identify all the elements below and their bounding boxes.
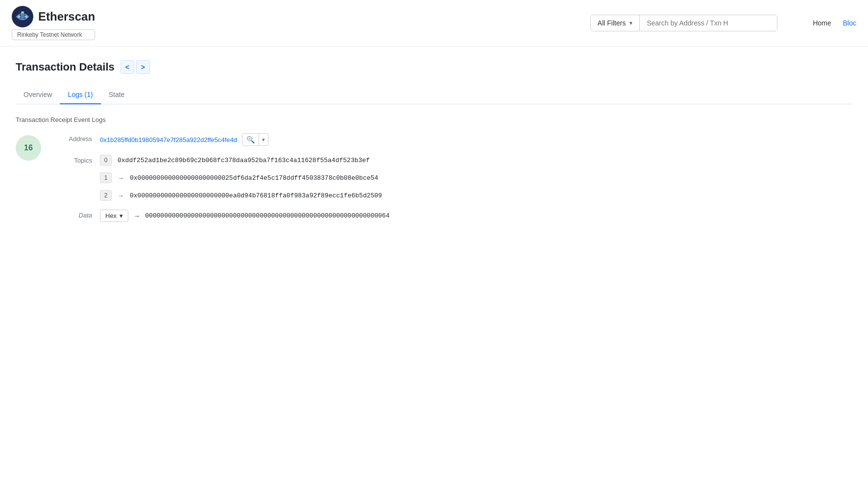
- filter-label: All Filters: [598, 19, 626, 27]
- tab-logs[interactable]: Logs (1): [60, 86, 100, 104]
- address-content: 0x1b285ffd0b19805947e7f285a922d2ffe5c4fe…: [100, 133, 852, 146]
- tabs: Overview Logs (1) State: [16, 86, 852, 104]
- data-label: Data: [53, 210, 92, 219]
- search-filter-group: All Filters ▾: [590, 15, 778, 31]
- filter-chevron-icon: ▾: [629, 20, 632, 26]
- topic-index-1: 1: [100, 172, 112, 183]
- nav-home[interactable]: Home: [813, 19, 831, 27]
- topic-value-1: 0x0000000000000000000000025df6da2f4e5c17…: [130, 174, 378, 182]
- network-badge: Rinkeby Testnet Network: [12, 29, 95, 40]
- data-value: 0000000000000000000000000000000000000000…: [145, 212, 389, 219]
- page-title: Transaction Details: [16, 61, 115, 73]
- section-label: Transaction Receipt Event Logs: [16, 116, 852, 123]
- nav-links: Home Bloc: [813, 19, 856, 27]
- topic-arrow-1: →: [118, 174, 124, 182]
- header-left: Etherscan Rinkeby Testnet Network: [12, 6, 95, 40]
- header-right: All Filters ▾ Home Bloc: [590, 15, 856, 31]
- address-link[interactable]: 0x1b285ffd0b19805947e7f285a922d2ffe5c4fe…: [100, 136, 237, 144]
- topic-value-2: 0x000000000000000000000000ea0d94b76818ff…: [130, 192, 382, 199]
- address-actions[interactable]: 🔍 ▾: [242, 133, 268, 146]
- logo-row: Etherscan: [12, 6, 95, 27]
- search-input[interactable]: [640, 15, 777, 31]
- topic-index-2: 2: [100, 190, 112, 201]
- address-search-icon[interactable]: 🔍: [242, 134, 259, 145]
- next-tx-button[interactable]: >: [136, 60, 150, 74]
- tab-overview[interactable]: Overview: [16, 86, 60, 104]
- address-row: Address 0x1b285ffd0b19805947e7f285a922d2…: [53, 133, 852, 146]
- topic-arrow-2: →: [118, 192, 124, 199]
- header: Etherscan Rinkeby Testnet Network All Fi…: [0, 0, 868, 47]
- topics-row: Topics 0 0xddf252ad1be2c89b69c2b068fc378…: [53, 155, 852, 201]
- topic-value-0: 0xddf252ad1be2c89b69c2b068fc378daa952ba7…: [118, 157, 370, 164]
- log-details: Address 0x1b285ffd0b19805947e7f285a922d2…: [53, 133, 852, 231]
- address-label: Address: [53, 133, 92, 143]
- topic-row-0: 0 0xddf252ad1be2c89b69c2b068fc378daa952b…: [100, 155, 382, 166]
- data-format-label: Hex: [105, 212, 117, 219]
- nav-bloc[interactable]: Bloc: [843, 19, 856, 27]
- log-number-badge: 16: [16, 135, 41, 161]
- tab-state[interactable]: State: [101, 86, 133, 104]
- data-format-select[interactable]: Hex ▾: [100, 210, 128, 222]
- log-entry: 16 Address 0x1b285ffd0b19805947e7f285a92…: [16, 133, 852, 231]
- prev-tx-button[interactable]: <: [121, 60, 134, 74]
- data-row: Data Hex ▾ → 000000000000000000000000000…: [53, 210, 852, 222]
- nav-arrows: < >: [121, 60, 150, 74]
- topics-label: Topics: [53, 155, 92, 164]
- topic-row-2: 2 → 0x000000000000000000000000ea0d94b768…: [100, 190, 382, 201]
- svg-point-4: [20, 14, 25, 19]
- data-content: Hex ▾ → 00000000000000000000000000000000…: [100, 210, 852, 222]
- page-title-row: Transaction Details < >: [16, 60, 852, 74]
- etherscan-logo-icon: [12, 6, 33, 27]
- address-chevron-icon[interactable]: ▾: [259, 135, 268, 145]
- filter-dropdown[interactable]: All Filters ▾: [591, 15, 640, 31]
- topic-row-1: 1 → 0x0000000000000000000000025df6da2f4e…: [100, 172, 382, 183]
- data-format-chevron-icon: ▾: [120, 212, 123, 219]
- topics-rows: 0 0xddf252ad1be2c89b69c2b068fc378daa952b…: [100, 155, 382, 201]
- data-arrow-icon: →: [133, 212, 140, 220]
- logo-text: Etherscan: [38, 10, 95, 24]
- topic-index-0: 0: [100, 155, 112, 166]
- page-content: Transaction Details < > Overview Logs (1…: [0, 47, 868, 256]
- topics-content: 0 0xddf252ad1be2c89b69c2b068fc378daa952b…: [100, 155, 852, 201]
